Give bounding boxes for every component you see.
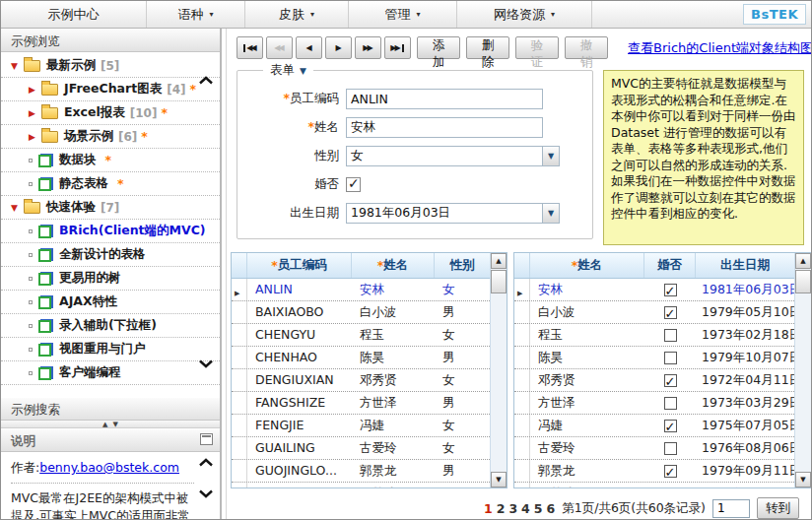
menu-item[interactable]: 皮肤 ▾ — [245, 1, 349, 28]
action-button[interactable]: 添加 — [417, 36, 460, 59]
name-cell[interactable]: 国菲倩 — [530, 483, 644, 488]
page-number[interactable]: 1 — [484, 501, 493, 516]
dropdown-arrow-icon[interactable]: ▼ — [542, 204, 559, 223]
name-cell[interactable]: 陈昊 — [530, 347, 644, 368]
tree-item[interactable]: Excel报表 [10] * — [1, 101, 220, 125]
record-nav-button[interactable]: ◀◀ — [266, 36, 293, 59]
column-header-name[interactable]: 姓名 — [530, 253, 644, 278]
column-header-birthday[interactable]: 出生日期 — [696, 253, 794, 278]
name-cell[interactable]: 郭景龙 — [530, 460, 644, 482]
birthday-cell[interactable]: 1979年05月10日 — [696, 301, 794, 323]
page-number[interactable]: 4 — [521, 501, 530, 516]
tree-item[interactable]: 更易用的树 * — [1, 267, 220, 291]
name-cell[interactable]: 方世泽 — [352, 392, 435, 414]
scrollbar-up-button[interactable]: ▲ — [795, 253, 811, 269]
name-cell[interactable]: 冯婕 — [352, 415, 435, 436]
gender-cell[interactable]: 男 — [435, 301, 490, 323]
name-cell[interactable]: 程玉 — [352, 324, 435, 346]
married-checkbox[interactable] — [664, 284, 677, 296]
employee-code-cell[interactable]: FENGJIE — [247, 415, 352, 436]
scroll-down-icon[interactable] — [198, 359, 214, 368]
name-cell[interactable]: 冯婕 — [530, 415, 644, 436]
table-row[interactable]: CHENGYU 程玉 女 — [232, 324, 490, 347]
gender-cell[interactable]: 男 — [435, 347, 490, 368]
tree-item[interactable]: 数据块 * — [1, 149, 220, 172]
employee-code-cell[interactable]: CHENGYU — [247, 324, 352, 346]
employee-code-cell[interactable]: GUOLIWEI — [247, 483, 352, 488]
birthday-cell[interactable]: 1975年07月05日 — [696, 415, 794, 436]
birthday-cell[interactable]: 1981年06月03日 — [696, 279, 794, 300]
scrollbar-thumb[interactable] — [491, 270, 507, 293]
column-header-name[interactable]: 姓名 — [352, 253, 435, 278]
married-checkbox[interactable] — [664, 397, 677, 410]
table-row[interactable]: FENGJIE 冯婕 女 — [232, 415, 490, 437]
employee-code-cell[interactable]: DENGIUXIAN — [247, 369, 352, 391]
table-row[interactable]: 冯婕 1975年07月05日 — [514, 415, 794, 437]
table-row[interactable]: FANGSHIZE 方世泽 男 — [232, 392, 490, 415]
table-row[interactable]: GUAILING 古爱玲 女 — [232, 437, 490, 460]
table-row[interactable]: ANLIN 安林 女 — [232, 279, 490, 301]
married-checkbox[interactable] — [346, 177, 361, 192]
page-number[interactable]: 3 — [508, 501, 517, 516]
gender-cell[interactable]: 女 — [435, 483, 490, 488]
column-header-gender[interactable]: 性别 — [435, 253, 490, 278]
tree-item[interactable]: BRich(Client端的MVC) * — [1, 220, 220, 243]
collapse-box-icon[interactable] — [200, 433, 213, 445]
birthday-cell[interactable]: 1973年03月29日 — [696, 392, 794, 414]
employee-code-cell[interactable]: GUAILING — [247, 437, 352, 459]
form-legend[interactable]: 表单▼ — [263, 62, 313, 79]
married-checkbox[interactable] — [664, 442, 677, 455]
column-header-employee-code[interactable]: 员工编码 — [247, 253, 352, 278]
name-cell[interactable]: 国菲倩 — [352, 483, 435, 488]
table-row[interactable]: CHENHAO 陈昊 男 — [232, 347, 490, 369]
record-nav-button[interactable]: ◀ — [296, 36, 322, 59]
action-button[interactable]: 验证 — [515, 36, 559, 59]
employee-code-cell[interactable]: ANLIN — [247, 279, 352, 300]
page-jump-input[interactable] — [712, 499, 750, 518]
married-checkbox[interactable] — [664, 488, 677, 488]
table-row[interactable]: BAIXIAOBO 白小波 男 — [232, 301, 490, 324]
name-cell[interactable]: 安林 — [352, 279, 435, 300]
expand-arrow-icon[interactable] — [11, 203, 24, 213]
tree-item[interactable]: 录入辅助(下拉框) * — [1, 314, 220, 338]
tree-item[interactable]: 场景示例 [6] * — [1, 125, 220, 149]
married-checkbox[interactable] — [664, 465, 677, 478]
scrollbar-thumb[interactable] — [795, 270, 811, 293]
gender-cell[interactable]: 男 — [435, 460, 490, 482]
table-row[interactable]: 白小波 1979年05月10日 — [514, 301, 794, 324]
menu-item[interactable]: 网络资源 ▾ — [457, 1, 592, 28]
name-cell[interactable]: 程玉 — [530, 324, 644, 346]
menu-item[interactable]: 语种 ▾ — [147, 1, 245, 28]
name-cell[interactable]: 方世泽 — [530, 392, 644, 414]
tree-item[interactable]: 快速体验 [7] * — [1, 196, 220, 220]
table-row[interactable]: 方世泽 1973年03月29日 — [514, 392, 794, 415]
married-checkbox[interactable] — [664, 420, 677, 432]
browse-section-header[interactable]: 示例浏览 — [1, 29, 220, 52]
tree-item[interactable]: 视图重用与门户 * — [1, 338, 220, 361]
record-nav-button[interactable]: ▶▶ — [355, 36, 381, 59]
tree-item[interactable]: 客户端编程 * — [1, 361, 220, 385]
tree-item[interactable]: 静态表格 * — [1, 172, 220, 196]
gender-cell[interactable]: 女 — [435, 415, 490, 436]
married-checkbox[interactable] — [664, 329, 677, 342]
tree-item[interactable]: AJAX特性 * — [1, 291, 220, 314]
table-row[interactable]: 邓秀贤 1972年04月11日 — [514, 369, 794, 392]
birthday-cell[interactable]: 1973年02月18日 — [696, 324, 794, 346]
name-cell[interactable]: 郭景龙 — [352, 460, 435, 482]
name-cell[interactable]: 古爱玲 — [352, 437, 435, 459]
tree-item[interactable]: 全新设计的表格 * — [1, 243, 220, 267]
name-cell[interactable]: 白小波 — [530, 301, 644, 323]
scrollbar-down-button[interactable]: ▼ — [795, 472, 811, 488]
table-row[interactable]: GUOLIWEI 国菲倩 女 — [232, 483, 490, 488]
go-to-page-button[interactable]: 转到 — [757, 497, 799, 519]
record-nav-button[interactable]: ▶▶ — [384, 36, 411, 59]
married-checkbox[interactable] — [664, 306, 677, 319]
birthday-cell[interactable]: 1972年04月11日 — [696, 369, 794, 391]
name-cell[interactable]: 陈昊 — [352, 347, 435, 368]
tree-item[interactable]: 最新示例 [5] * — [1, 54, 220, 78]
gender-cell[interactable]: 女 — [435, 369, 490, 391]
employee-code-input[interactable] — [346, 89, 543, 109]
gender-cell[interactable]: 男 — [435, 392, 490, 414]
expand-arrow-icon[interactable] — [29, 85, 41, 95]
gender-cell[interactable]: 女 — [435, 324, 490, 346]
